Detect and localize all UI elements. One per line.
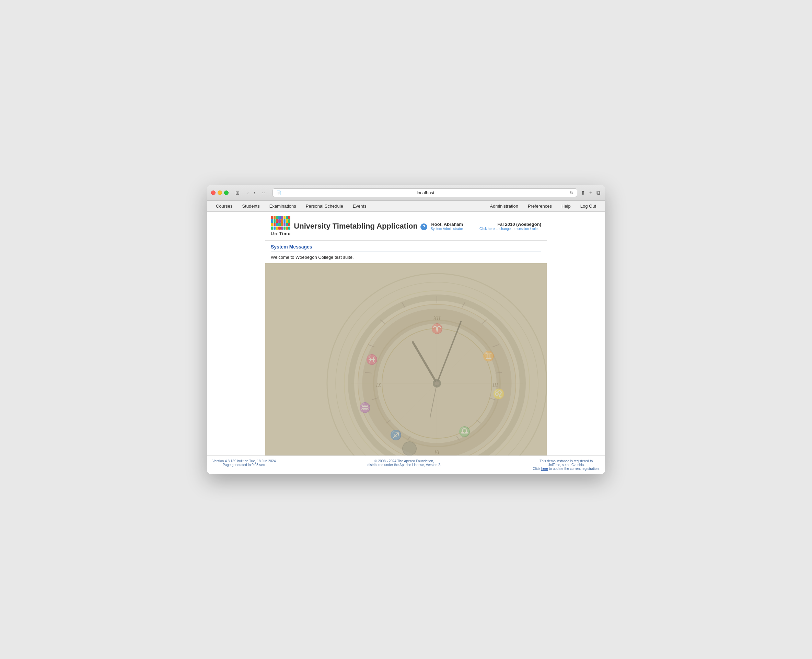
address-bar[interactable] [284,190,568,195]
user-name: Root, Abraham [431,222,463,227]
back-button[interactable]: ‹ [245,189,251,197]
logo-cell [276,227,278,230]
footer-generated: Page generated in 0.03 sec. [213,463,276,467]
clock-svg: ♈ ♊ ♌ ♎ ♐ ♒ ♓ XII III VI IX [265,263,547,456]
logo-cell [288,216,290,219]
nav-events[interactable]: Events [348,201,371,211]
main-content: UniTime University Timetabling Applicati… [207,212,605,474]
logo-cell [286,219,288,222]
system-messages-title: System Messages [271,244,541,249]
footer-copyright-2: distributed under the Apache License, Ve… [367,463,441,467]
svg-text:VI: VI [434,449,440,455]
refresh-button[interactable]: ↻ [570,190,574,195]
svg-text:IX: IX [375,382,381,388]
svg-text:♌: ♌ [493,388,505,399]
logo-cell [278,223,281,226]
footer-right: This demo instance is registered to UniT… [533,459,599,471]
system-message-text: Welcome to Woebegon College test suite. [271,255,541,260]
footer: Version 4.8.139 built on Tue, 18 Jun 202… [207,456,605,474]
svg-text:♒: ♒ [359,402,371,413]
footer-copyright-1: © 2008 - 2024 The Apereo Foundation, [367,459,441,463]
minimize-button[interactable] [218,191,222,195]
logo-cell [276,216,278,219]
logo-grid [271,216,290,230]
nav-examinations[interactable]: Examinations [265,201,301,211]
session-info: Fal 2010 (woebegon) Click here to change… [477,222,541,231]
session-change-link[interactable]: Click here to change the session / role. [477,227,541,231]
logo-cell [286,216,288,219]
logo-cell [274,216,276,219]
logo-cell [271,216,273,219]
address-bar-container: 📄 ↻ [273,188,577,197]
traffic-lights [211,191,229,195]
logo-cell [288,223,290,226]
nav-students[interactable]: Students [237,201,264,211]
footer-reg-prefix: This demo instance is registered to [539,459,593,463]
header-right: Root, Abraham System Administrator Fal 2… [431,222,541,231]
svg-point-46 [402,442,416,456]
nav-help[interactable]: Help [557,201,575,211]
logo-cell [284,216,285,219]
forward-button[interactable]: › [252,189,257,197]
tabs-button[interactable]: ⧉ [596,189,601,197]
logo-cell [281,216,283,219]
session-name: Fal 2010 (woebegon) [497,222,541,227]
svg-text:♐: ♐ [390,429,402,441]
nav-administration[interactable]: Administration [485,201,523,211]
nav-courses[interactable]: Courses [211,201,237,211]
unitime-logo-text: UniTime [271,231,291,236]
header-center: University Timetabling Application ? [291,222,431,231]
uni-text: Uni [271,231,279,236]
logo-cell [281,223,283,226]
tab-dots: ··· [262,190,268,196]
logo-cell [271,223,273,226]
system-messages-divider [271,252,541,252]
title-bar: ⊞ ‹ › ··· 📄 ↻ ⬆ + ⧉ [207,185,605,201]
close-button[interactable] [211,191,216,195]
logo-cell [276,223,278,226]
footer-registration-link[interactable]: here [541,467,548,471]
footer-reg-name: UniTime, s.r.o., Czechia. [547,463,585,467]
logo-cell [274,219,276,222]
maximize-button[interactable] [224,191,229,195]
svg-text:♎: ♎ [459,426,470,437]
logo-cell [286,223,288,226]
footer-registration-3: Click here to update the current registr… [533,467,599,471]
footer-registration-2: UniTime, s.r.o., Czechia. [533,463,599,467]
sidebar-toggle-button[interactable]: ⊞ [233,189,242,196]
app-container: UniTime University Timetabling Applicati… [265,212,547,456]
nav-logout[interactable]: Log Out [575,201,601,211]
clock-image-area: ♈ ♊ ♌ ♎ ♐ ♒ ♓ XII III VI IX [265,263,547,456]
nav-bar: Courses Students Examinations Personal S… [207,201,605,212]
footer-reg-suffix2: to update the current registration. [549,467,599,471]
footer-registration-1: This demo instance is registered to [533,459,599,463]
toolbar-right: ⬆ + ⧉ [580,189,601,197]
footer-center: © 2008 - 2024 The Apereo Foundation, dis… [367,459,441,467]
app-title: University Timetabling Application [294,222,418,230]
logo-cell [281,219,283,222]
nav-personal-schedule[interactable]: Personal Schedule [301,201,348,211]
nav-preferences[interactable]: Preferences [523,201,557,211]
user-info: Root, Abraham System Administrator [431,222,463,231]
svg-text:♓: ♓ [366,354,378,365]
logo-cell [284,219,285,222]
logo-cell [286,227,288,230]
system-messages-section: System Messages Welcome to Woebegon Coll… [265,241,547,263]
svg-text:III: III [492,382,498,388]
logo-cell [276,219,278,222]
logo-cell [278,216,281,219]
logo-cell [274,223,276,226]
logo-cell [271,227,273,230]
new-tab-button[interactable]: + [588,189,593,197]
page-icon: 📄 [276,191,281,195]
user-sub-label: System Administrator [431,227,463,231]
share-button[interactable]: ⬆ [580,189,586,197]
help-icon[interactable]: ? [420,224,427,230]
logo-cell [278,227,281,230]
logo-cell [288,219,290,222]
logo-cell [278,219,281,222]
footer-left: Version 4.8.139 built on Tue, 18 Jun 202… [213,459,276,467]
logo-cell [274,227,276,230]
logo-cell [284,227,285,230]
browser-window: ⊞ ‹ › ··· 📄 ↻ ⬆ + ⧉ Courses Students Exa… [207,185,605,474]
